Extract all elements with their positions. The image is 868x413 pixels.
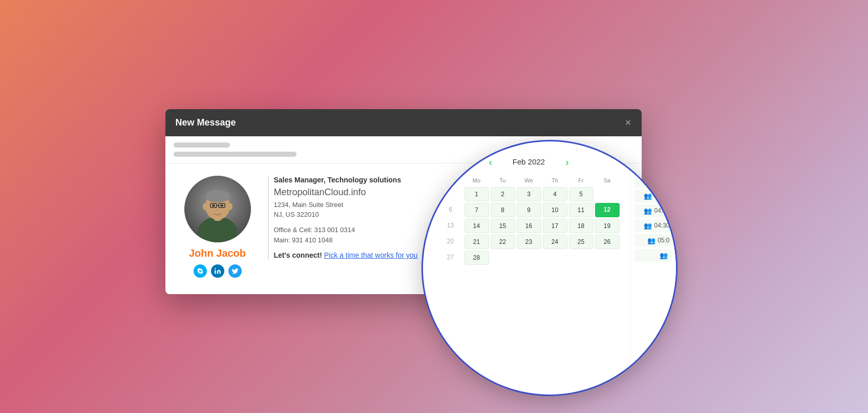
time-slot-time-6: 05:0: [658, 237, 669, 244]
cal-day-18[interactable]: 18: [569, 219, 594, 233]
cal-day-empty-3: [517, 251, 541, 265]
time-slot-icon-7: 👥: [660, 252, 668, 259]
modal-title: New Message: [176, 117, 236, 128]
close-button[interactable]: ×: [625, 117, 631, 128]
avatar: [184, 176, 251, 242]
day-header-tu: Tu: [491, 175, 515, 185]
cal-day-22[interactable]: 22: [491, 235, 515, 249]
social-icons: [194, 264, 242, 278]
cal-day-19[interactable]: 19: [595, 219, 620, 233]
toolbar-bar-2: [174, 152, 297, 157]
cal-day-empty-6: [595, 251, 620, 265]
time-slot-time-5: 04:30: [654, 222, 669, 229]
connect-link[interactable]: Pick a time that works for you: [324, 251, 418, 259]
time-slot-time-2: 03:00: [654, 177, 669, 184]
time-slot-extra[interactable]: 👥: [634, 249, 672, 262]
calendar-month: Feb 2022: [513, 157, 545, 166]
cal-day-11[interactable]: 11: [569, 203, 594, 217]
time-slot-icon-4: 👥: [644, 207, 652, 215]
cal-day-empty-4: [543, 251, 567, 265]
cal-day-2[interactable]: 2: [491, 187, 515, 201]
svg-point-12: [203, 203, 208, 210]
cal-day-25[interactable]: 25: [569, 235, 594, 249]
cal-day-23[interactable]: 23: [517, 235, 541, 249]
calendar-prev-button[interactable]: ‹: [489, 157, 492, 167]
calendar-grid: Su Mo Tu We Th Fr Sa 1 2 3 4 5 6: [438, 175, 620, 265]
calendar-next-button[interactable]: ›: [565, 157, 569, 167]
svg-point-13: [227, 203, 232, 210]
cal-day-empty-5: [569, 251, 594, 265]
svg-point-14: [215, 268, 216, 269]
avatar-section: John Jacob: [182, 176, 253, 278]
time-slot-time-4: 04:00: [654, 207, 669, 214]
time-slot-0430[interactable]: 👥 04:30: [634, 219, 672, 232]
toolbar-bar-1: [174, 142, 230, 148]
day-header-we: We: [517, 175, 541, 185]
day-header-sa: Sa: [595, 175, 620, 185]
modal-container: New Message ×: [165, 109, 662, 294]
cal-day-1[interactable]: 1: [464, 187, 489, 201]
cal-day-5[interactable]: 5: [569, 187, 594, 201]
person-name: John Jacob: [189, 247, 246, 259]
linkedin-icon[interactable]: [211, 264, 224, 278]
time-slot-0400[interactable]: 👥 04:00: [634, 204, 672, 217]
cal-day-empty-1: [595, 187, 620, 201]
time-slot-0330[interactable]: 👥 03:30: [634, 190, 672, 202]
modal-header: New Message ×: [165, 109, 642, 136]
twitter-icon[interactable]: [228, 264, 242, 278]
time-slot-time-3: 03:30: [654, 192, 669, 199]
cal-day-12[interactable]: 12: [595, 203, 620, 217]
cal-day-10[interactable]: 10: [543, 203, 567, 217]
day-header-fr: Fr: [569, 175, 594, 185]
cal-day-9[interactable]: 9: [517, 203, 541, 217]
week-label-5: 27: [438, 251, 463, 265]
time-slot-icon-2: 👥: [644, 177, 652, 185]
cal-day-empty-2: [491, 251, 515, 265]
time-slot-icon-5: 👥: [644, 222, 652, 230]
cal-day-15[interactable]: 15: [491, 219, 515, 233]
time-slot-time: 02:30: [654, 162, 669, 170]
day-header-th: Th: [543, 175, 567, 185]
calendar-popup: ‹ Feb 2022 › Su Mo Tu We Th Fr Sa 1 2: [421, 140, 678, 396]
week-label-3: 13: [438, 219, 463, 233]
cal-day-4[interactable]: 4: [543, 187, 567, 201]
svg-point-6: [205, 190, 230, 202]
svg-point-7: [212, 204, 215, 206]
cal-day-14[interactable]: 14: [464, 219, 489, 233]
cal-day-16[interactable]: 16: [517, 219, 541, 233]
time-slot-icon: 👥: [644, 162, 652, 170]
skype-icon[interactable]: [194, 264, 207, 278]
connect-text: Let's connect!: [274, 251, 322, 259]
cal-day-3[interactable]: 3: [517, 187, 541, 201]
time-slot-icon-6: 👥: [647, 237, 655, 244]
cal-day-26[interactable]: 26: [595, 235, 620, 249]
svg-point-8: [220, 204, 223, 206]
week-label-2: 6: [438, 203, 463, 217]
time-slots-panel: Sat 12 👥 02:30 👥 03:00 👥 03:30 👥 04:00: [630, 141, 676, 395]
cal-day-7[interactable]: 7: [464, 203, 489, 217]
cal-day-21[interactable]: 21: [464, 235, 489, 249]
cal-day-28[interactable]: 28: [464, 251, 489, 265]
calendar-inner: ‹ Feb 2022 › Su Mo Tu We Th Fr Sa 1 2: [423, 141, 676, 395]
cal-day-24[interactable]: 24: [543, 235, 567, 249]
time-slot-0500[interactable]: 👥 05:0: [634, 234, 672, 247]
cal-day-17[interactable]: 17: [543, 219, 567, 233]
time-slot-icon-3: 👥: [644, 192, 652, 200]
week-label-4: 20: [438, 235, 463, 249]
day-header-mo: Mo: [464, 175, 489, 185]
cal-day-8[interactable]: 8: [491, 203, 515, 217]
